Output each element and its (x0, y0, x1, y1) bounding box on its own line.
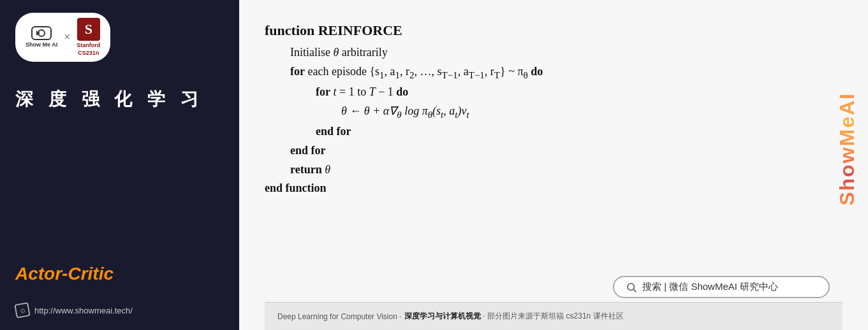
showmeai-logo: Show Me AI (26, 26, 57, 48)
search-icon (626, 282, 637, 293)
fn-header-text: function REINFORCE (265, 22, 402, 38)
svg-point-0 (628, 283, 635, 291)
update-formula: θ ← θ + α∇θ log πθ(st, at)vt (341, 104, 469, 117)
watermark-text: ShowMeAI (835, 92, 859, 206)
for-keyword-2: for (316, 85, 330, 98)
end-for-inner-text: end for (316, 125, 351, 138)
return-keyword: return (290, 163, 322, 176)
end-for-outer-text: end for (290, 144, 326, 157)
line-end-for-inner: end for (265, 122, 842, 141)
line-return: return θ (265, 161, 842, 180)
end-function-text: end function (265, 182, 327, 194)
showmeai-logo-icon (31, 26, 52, 40)
left-panel: Show Me AI × S Stanford CS231n 深 度 强 化 学… (0, 0, 239, 330)
episode-text: each episode {s1, a1, r2, …, sT−1, aT−1,… (307, 65, 543, 78)
line-for-episode: for each episode {s1, a1, r2, …, sT−1, a… (265, 62, 842, 83)
actor-critic-label: Actor-Critic (15, 264, 224, 284)
chinese-title: 深 度 强 化 学 习 (15, 81, 224, 111)
for-t-text: t = 1 to T − 1 do (333, 85, 408, 98)
line-initialise: Initialise θ arbitrarily (265, 43, 842, 62)
for-keyword-1: for (290, 65, 305, 78)
logo-bar: Show Me AI × S Stanford CS231n (15, 13, 110, 62)
website-bar: ⊙ http://www.showmeai.tech/ (15, 303, 224, 317)
line-end-for-outer: end for (265, 141, 842, 161)
return-theta: θ (325, 163, 330, 176)
initialise-suffix: arbitrarily (339, 46, 387, 59)
website-url: http://www.showmeai.tech/ (34, 306, 133, 315)
search-label: 搜索 | 微信 ShowMeAI 研究中心 (642, 281, 778, 293)
stanford-s-icon: S (77, 18, 100, 41)
svg-line-1 (633, 289, 636, 292)
line-update: θ ← θ + α∇θ log πθ(st, at)vt (265, 102, 842, 122)
footer-normal2: · 部分图片来源于斯坦福 cs231n 课件社区 (483, 311, 624, 322)
line-end-function: end function (265, 179, 842, 198)
website-icon: ⊙ (14, 302, 30, 318)
right-panel: function REINFORCE Initialise θ arbitrar… (239, 0, 868, 330)
stanford-line1: Stanford (77, 42, 100, 50)
fn-header: function REINFORCE (265, 19, 842, 42)
stanford-line2: CS231n (77, 50, 100, 57)
stanford-text: Stanford CS231n (77, 42, 100, 57)
footer-normal1: Deep Learning for Computer Vision · (277, 312, 402, 321)
showmeai-label: Show Me AI (26, 41, 57, 48)
footer-bold1: 深度学习与计算机视觉 (404, 311, 481, 322)
search-bar[interactable]: 搜索 | 微信 ShowMeAI 研究中心 (613, 276, 830, 298)
initialise-prefix: Initialise (290, 46, 333, 59)
footer-bar: Deep Learning for Computer Vision · 深度学习… (265, 302, 842, 330)
line-for-t: for t = 1 to T − 1 do (265, 83, 842, 102)
stanford-logo: S Stanford CS231n (77, 18, 100, 57)
code-block: function REINFORCE Initialise θ arbitrar… (265, 19, 842, 198)
x-separator: × (64, 31, 70, 44)
content-area: function REINFORCE Initialise θ arbitrar… (265, 19, 842, 302)
watermark: ShowMeAI (833, 6, 862, 292)
theta-1: θ (333, 46, 339, 59)
